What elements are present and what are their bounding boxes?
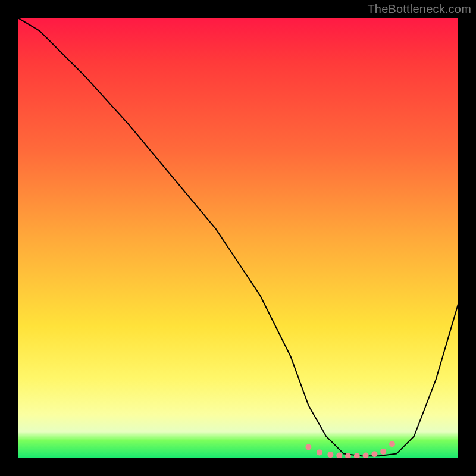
flat-zone-dot: [317, 449, 322, 455]
curve-layer: [18, 18, 458, 458]
watermark-text: TheBottleneck.com: [367, 2, 471, 16]
chart-frame: TheBottleneck.com: [0, 0, 476, 476]
flat-zone-dot: [371, 451, 377, 457]
flat-zone-dot: [327, 452, 333, 458]
flat-zone-dot: [305, 444, 311, 450]
flat-zone-dot: [354, 453, 360, 458]
flat-zone-dot: [336, 453, 342, 458]
flat-zone-dot: [363, 453, 369, 458]
bottleneck-curve: [18, 18, 458, 456]
flat-zone-dot: [380, 449, 386, 455]
plot-area: [18, 18, 458, 458]
flat-zone-dot: [389, 441, 395, 447]
